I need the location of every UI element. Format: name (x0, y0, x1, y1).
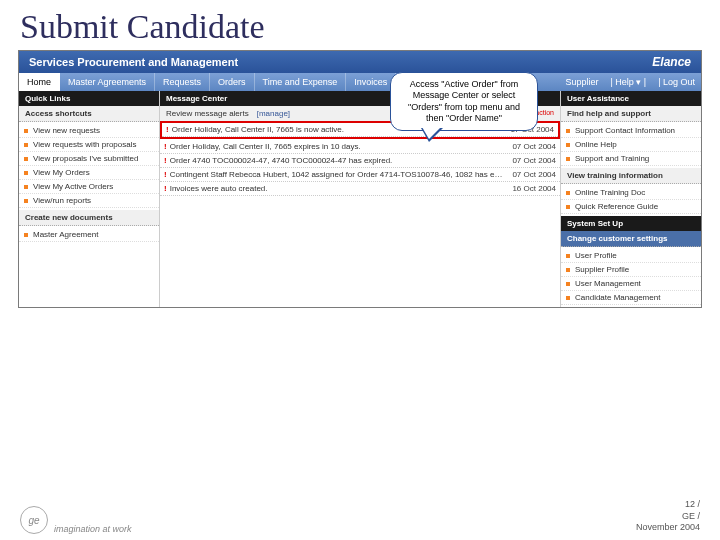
app-screenshot: Services Procurement and Management Elan… (18, 50, 702, 308)
link-master-agreement[interactable]: Master Agreement (19, 228, 159, 242)
access-shortcuts-header: Access shortcuts (19, 106, 159, 122)
link-reports[interactable]: View/run reports (19, 194, 159, 208)
msg-text[interactable]: Order Holiday, Call Center II, 7665 expi… (170, 142, 507, 151)
user-label: Supplier (559, 73, 604, 91)
link-supplier-profile[interactable]: Supplier Profile (561, 263, 701, 277)
link-training-doc[interactable]: Online Training Doc (561, 186, 701, 200)
manage-link[interactable]: [manage] (257, 109, 290, 118)
tab-time-expense[interactable]: Time and Expense (255, 73, 347, 91)
link-proposals-submitted[interactable]: View proposals I've submitted (19, 152, 159, 166)
date: November 2004 (636, 522, 700, 532)
link-new-requests[interactable]: View new requests (19, 124, 159, 138)
logout-link[interactable]: | Log Out (652, 73, 701, 91)
help-link[interactable]: | Help ▾ | (604, 73, 652, 91)
system-setup-header: System Set Up (561, 216, 701, 231)
company: GE / (682, 511, 700, 521)
link-user-mgmt[interactable]: User Management (561, 277, 701, 291)
msg-date: 07 Oct 2004 (512, 156, 556, 165)
msg-date: 07 Oct 2004 (512, 170, 556, 179)
app-header: Services Procurement and Management Elan… (19, 51, 701, 73)
instruction-callout: Access "Active Order" from Message Cente… (390, 72, 538, 131)
slide-footer: ge imagination at work 12 / GE / Novembe… (0, 499, 720, 534)
link-user-profile[interactable]: User Profile (561, 249, 701, 263)
tagline: imagination at work (54, 524, 132, 534)
review-alerts-label: Review message alerts (166, 109, 249, 118)
brand-logo: Elance (652, 55, 691, 69)
app-name: Services Procurement and Management (29, 56, 238, 68)
change-settings-header: Change customer settings (561, 231, 701, 247)
link-contact-info[interactable]: Support Contact Information (561, 124, 701, 138)
view-training-header: View training information (561, 168, 701, 184)
page-title: Submit Candidate (0, 0, 720, 50)
tab-master-agreements[interactable]: Master Agreements (60, 73, 155, 91)
msg-text[interactable]: Invoices were auto created. (170, 184, 507, 193)
ge-logo-icon: ge (20, 506, 48, 534)
main-nav: Home Master Agreements Requests Orders T… (19, 73, 701, 91)
link-training[interactable]: Support and Training (561, 152, 701, 166)
right-column: User Assistance Find help and support Su… (561, 91, 701, 307)
link-active-orders[interactable]: View My Active Orders (19, 180, 159, 194)
tab-requests[interactable]: Requests (155, 73, 210, 91)
msg-date: 07 Oct 2004 (512, 142, 556, 151)
link-requests-proposals[interactable]: View requests with proposals (19, 138, 159, 152)
left-column: Quick Links Access shortcuts View new re… (19, 91, 160, 307)
find-help-header: Find help and support (561, 106, 701, 122)
tab-home[interactable]: Home (19, 73, 60, 91)
link-online-help[interactable]: Online Help (561, 138, 701, 152)
link-my-orders[interactable]: View My Orders (19, 166, 159, 180)
link-candidate-mgmt[interactable]: Candidate Management (561, 291, 701, 305)
link-quick-ref[interactable]: Quick Reference Guide (561, 200, 701, 214)
msg-date: 16 Oct 2004 (512, 184, 556, 193)
msg-text[interactable]: Contingent Staff Rebecca Hubert, 1042 as… (170, 170, 507, 179)
user-assistance-header: User Assistance (561, 91, 701, 106)
tab-invoices[interactable]: Invoices (346, 73, 396, 91)
msg-text[interactable]: Order 4740 TOC000024-47, 4740 TOC000024-… (170, 156, 507, 165)
create-docs-header: Create new documents (19, 210, 159, 226)
quick-links-header: Quick Links (19, 91, 159, 106)
page-num: 12 / (685, 499, 700, 509)
tab-orders[interactable]: Orders (210, 73, 255, 91)
